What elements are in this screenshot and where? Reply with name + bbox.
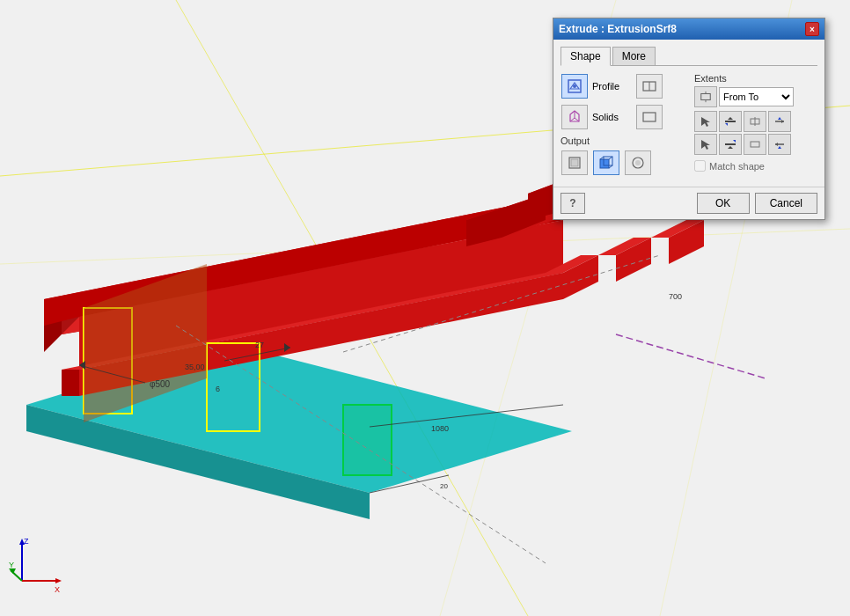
svg-text:35,00: 35,00 <box>185 363 205 371</box>
svg-rect-94 <box>751 142 759 147</box>
extents-icon-btn[interactable] <box>694 86 717 107</box>
help-button[interactable]: ? <box>561 193 585 214</box>
svg-marker-92 <box>728 146 733 149</box>
svg-rect-78 <box>701 94 711 100</box>
panel-body: Profile <box>561 73 817 176</box>
svg-line-66 <box>575 118 579 121</box>
profile-label: Profile <box>592 81 632 92</box>
ok-button[interactable]: OK <box>697 193 750 214</box>
output-btn-2[interactable] <box>593 150 619 175</box>
extent-opt-3[interactable] <box>744 111 766 132</box>
svg-text:Z: Z <box>24 537 29 546</box>
svg-marker-16 <box>62 370 79 396</box>
svg-marker-54 <box>55 578 62 583</box>
dialog-titlebar: Extrude : ExtrusionSrf8 × <box>553 18 824 40</box>
svg-point-77 <box>635 160 641 165</box>
svg-rect-91 <box>725 143 736 145</box>
svg-marker-96 <box>775 143 778 146</box>
right-column: Extents From To Distance <box>694 73 817 176</box>
extents-dropdown-row: From To Distance Through All <box>694 86 817 107</box>
extent-opt-7[interactable] <box>744 134 766 155</box>
output-btn-1[interactable] <box>561 150 588 175</box>
svg-marker-88 <box>781 120 784 123</box>
svg-marker-81 <box>701 117 710 127</box>
coordinate-axes: Z X Y <box>9 537 66 594</box>
extent-opt-to[interactable] <box>719 134 742 155</box>
profile-row: Profile <box>561 73 687 99</box>
profile-option-btn[interactable] <box>636 74 663 99</box>
svg-marker-93 <box>733 140 736 143</box>
svg-text:6: 6 <box>216 385 220 393</box>
match-shape-row: Match shape <box>694 160 817 172</box>
svg-rect-82 <box>725 121 736 122</box>
extrude-dialog: Extrude : ExtrusionSrf8 × Shape More <box>553 18 825 220</box>
svg-marker-89 <box>778 117 781 120</box>
svg-text:700: 700 <box>669 292 682 301</box>
extents-select[interactable]: From To Distance Through All <box>719 87 794 106</box>
match-shape-checkbox[interactable] <box>694 160 706 172</box>
svg-point-61 <box>573 84 576 88</box>
svg-text:φ500: φ500 <box>150 379 171 389</box>
svg-text:27: 27 <box>255 341 264 349</box>
svg-text:X: X <box>55 585 60 594</box>
solids-option-btn[interactable] <box>636 105 663 129</box>
extent-opt-cursor2[interactable] <box>694 134 717 155</box>
svg-text:Y: Y <box>9 561 14 569</box>
extents-group: Extents From To Distance <box>694 73 817 155</box>
left-column: Profile <box>561 73 687 176</box>
dialog-close-button[interactable]: × <box>805 22 819 36</box>
svg-marker-90 <box>701 140 710 150</box>
dialog-footer: ? OK Cancel <box>553 187 824 219</box>
extent-opt-from[interactable] <box>719 111 742 132</box>
svg-marker-97 <box>778 146 781 149</box>
cancel-button[interactable]: Cancel <box>755 193 817 214</box>
output-label: Output <box>561 136 687 146</box>
output-row <box>561 150 687 176</box>
solids-row: Solids <box>561 104 687 130</box>
svg-line-65 <box>570 118 575 121</box>
tab-shape[interactable]: Shape <box>561 47 611 66</box>
extents-label: Extents <box>694 73 817 84</box>
svg-marker-83 <box>728 117 733 120</box>
svg-marker-84 <box>725 123 728 126</box>
match-shape-label: Match shape <box>709 161 765 172</box>
profile-icon-button[interactable] <box>561 74 588 99</box>
svg-rect-71 <box>600 159 609 168</box>
svg-text:1080: 1080 <box>431 424 449 433</box>
dialog-tabs: Shape More <box>561 47 817 66</box>
solids-icon-button[interactable] <box>561 105 588 129</box>
tab-more[interactable]: More <box>612 47 656 65</box>
svg-rect-70 <box>571 159 578 166</box>
svg-rect-68 <box>643 113 656 121</box>
extent-opt-8[interactable] <box>768 134 791 155</box>
svg-text:20: 20 <box>440 482 448 490</box>
svg-rect-32 <box>343 405 392 475</box>
extent-opt-cursor[interactable] <box>694 111 717 132</box>
extent-opt-4[interactable] <box>768 111 791 132</box>
solids-label: Solids <box>592 112 632 122</box>
dialog-content: Shape More Profile <box>553 40 824 183</box>
output-btn-3[interactable] <box>625 150 651 175</box>
dialog-title: Extrude : ExtrusionSrf8 <box>559 23 677 35</box>
